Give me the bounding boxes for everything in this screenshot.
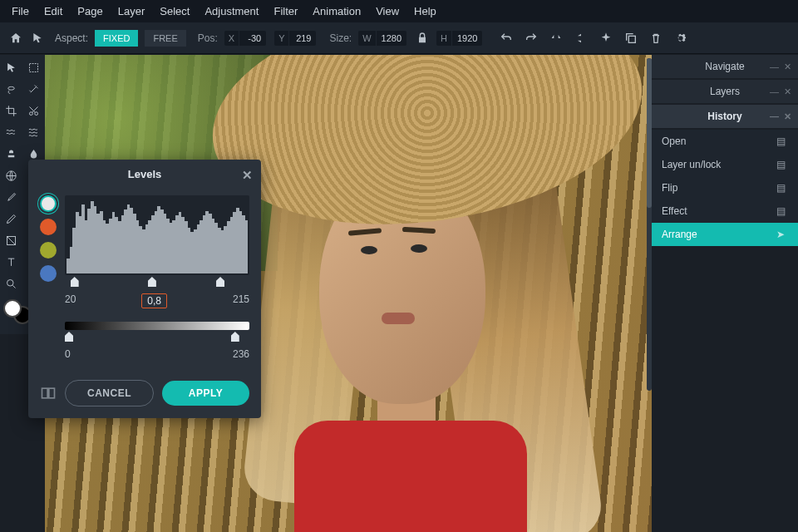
input-midtone-handle[interactable] [148, 277, 156, 287]
compare-icon[interactable] [40, 385, 57, 401]
channel-red[interactable] [40, 219, 57, 235]
arrange-tool[interactable] [0, 57, 22, 78]
zoom-tool[interactable] [0, 273, 22, 294]
input-highlight-value[interactable]: 215 [233, 293, 249, 308]
menu-animation[interactable]: Animation [313, 5, 361, 17]
levels-dialog: Levels ✕ 20 0,8 215 [28, 160, 261, 418]
channel-luminance[interactable] [40, 195, 57, 212]
panel-navigate-header[interactable]: Navigate —✕ [652, 55, 798, 78]
history-item-label: Layer un/lock [662, 159, 721, 170]
svg-rect-1 [30, 63, 38, 71]
gradient-tool[interactable] [0, 229, 22, 251]
panel-history-title: History [707, 111, 741, 122]
brush-tool[interactable] [0, 186, 22, 208]
foreground-color-swatch[interactable] [3, 299, 22, 318]
auto-enhance-icon[interactable] [598, 31, 613, 46]
undo-icon[interactable] [499, 31, 514, 46]
output-shadow-handle[interactable] [65, 332, 73, 342]
channel-green[interactable] [40, 242, 57, 259]
web-tool[interactable] [0, 165, 22, 186]
pointer-icon[interactable] [30, 31, 45, 46]
marquee-tool[interactable] [22, 57, 45, 78]
panel-close-icon[interactable]: ✕ [784, 62, 791, 72]
output-highlight-handle[interactable] [231, 332, 239, 342]
h-value[interactable]: 1920 [452, 31, 482, 46]
w-prefix: W [358, 31, 375, 46]
menu-file[interactable]: File [12, 5, 29, 17]
lasso-tool[interactable] [0, 78, 22, 100]
w-value[interactable]: 1280 [377, 31, 406, 46]
history-item-label: Effect [662, 205, 687, 217]
history-item-layerlock[interactable]: Layer un/lock▤ [652, 153, 798, 176]
history-item-effect[interactable]: Effect▤ [652, 200, 798, 223]
liquify-tool[interactable] [0, 121, 22, 143]
y-value[interactable]: 219 [289, 31, 316, 46]
settings-gear-icon[interactable] [673, 31, 688, 46]
input-shadow-value[interactable]: 20 [65, 293, 76, 308]
output-shadow-value[interactable]: 0 [65, 348, 71, 360]
pointer-icon: ➤ [776, 229, 788, 240]
panel-minimize-icon[interactable]: — [770, 62, 779, 72]
svg-rect-9 [42, 388, 48, 398]
output-gradient [65, 322, 249, 330]
menu-layer[interactable]: Layer [118, 5, 145, 17]
duplicate-icon[interactable] [623, 31, 638, 46]
output-highlight-value[interactable]: 236 [233, 348, 249, 360]
warp-tool[interactable] [22, 121, 45, 143]
panel-layers-header[interactable]: Layers —✕ [652, 80, 798, 103]
clipboard-icon: ▤ [776, 182, 788, 194]
input-highlight-handle[interactable] [216, 277, 224, 287]
aspect-free-button[interactable]: FREE [145, 30, 185, 47]
panel-navigate-title: Navigate [705, 61, 744, 72]
history-item-open[interactable]: Open▤ [652, 130, 798, 153]
history-item-label: Flip [662, 182, 677, 194]
dialog-title-bar[interactable]: Levels ✕ [28, 160, 261, 189]
clipboard-icon: ▤ [776, 205, 788, 217]
menu-edit[interactable]: Edit [44, 5, 62, 17]
cut-tool[interactable] [22, 100, 45, 121]
x-value[interactable]: -30 [239, 31, 266, 46]
menu-help[interactable]: Help [414, 5, 436, 17]
pencil-tool[interactable] [0, 208, 22, 229]
clipboard-icon: ▤ [776, 159, 788, 170]
text-tool[interactable] [0, 251, 22, 273]
size-label: Size: [329, 32, 352, 44]
channel-blue[interactable] [40, 265, 57, 282]
svg-point-8 [7, 279, 14, 286]
close-icon[interactable]: ✕ [242, 168, 253, 183]
panel-history-header[interactable]: History —✕ [652, 105, 798, 128]
history-item-arrange[interactable]: Arrange➤ [652, 223, 798, 246]
menu-page[interactable]: Page [77, 5, 102, 17]
panel-minimize-icon[interactable]: — [770, 86, 779, 97]
option-bar: Aspect: FIXED FREE Pos: X -30 Y 219 Size… [0, 22, 798, 54]
flip-vertical-icon[interactable] [549, 31, 564, 46]
history-item-label: Arrange [662, 229, 697, 240]
wand-tool[interactable] [22, 78, 45, 100]
output-slider-track[interactable] [65, 332, 249, 343]
redo-icon[interactable] [524, 31, 539, 46]
apply-button[interactable]: APPLY [162, 381, 249, 406]
input-slider-track[interactable] [65, 277, 249, 288]
panel-close-icon[interactable]: ✕ [784, 111, 791, 122]
cancel-button[interactable]: CANCEL [65, 380, 154, 406]
input-shadow-handle[interactable] [71, 277, 79, 287]
menu-select[interactable]: Select [160, 5, 190, 17]
delete-icon[interactable] [648, 31, 663, 46]
menu-adjustment[interactable]: Adjustment [204, 5, 259, 17]
menu-view[interactable]: View [376, 5, 399, 17]
history-item-label: Open [662, 135, 686, 147]
panel-close-icon[interactable]: ✕ [784, 86, 791, 97]
flip-horizontal-icon[interactable] [574, 31, 589, 46]
menu-filter[interactable]: Filter [273, 5, 298, 17]
input-midtone-value[interactable]: 0,8 [141, 293, 167, 308]
clipboard-icon: ▤ [776, 135, 788, 147]
clone-stamp-tool[interactable] [0, 143, 22, 165]
home-icon[interactable] [8, 31, 23, 46]
panel-layers-title: Layers [710, 86, 740, 97]
panel-minimize-icon[interactable]: — [770, 111, 779, 122]
lock-aspect-icon[interactable] [415, 31, 430, 46]
aspect-fixed-button[interactable]: FIXED [95, 30, 138, 47]
crop-tool[interactable] [0, 100, 22, 121]
history-item-flip[interactable]: Flip▤ [652, 176, 798, 200]
aspect-label: Aspect: [55, 32, 88, 44]
